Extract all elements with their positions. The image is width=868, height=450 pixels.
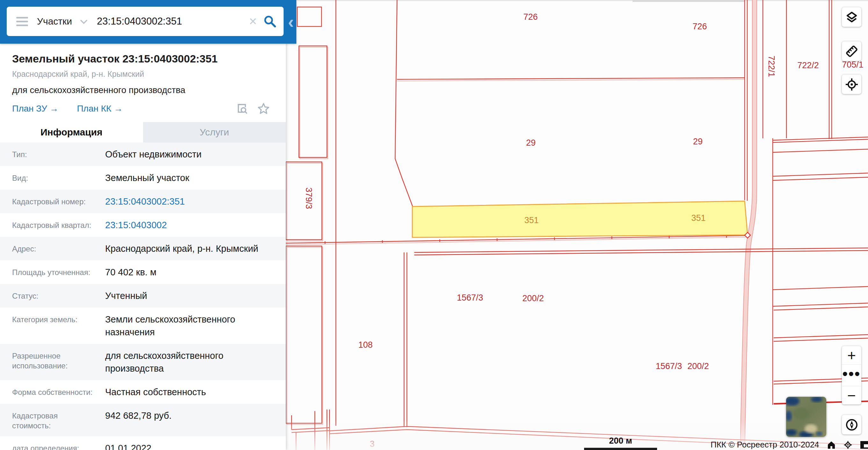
search-bar: Участки × [7, 7, 284, 36]
search-header: Участки × ‹ [0, 0, 296, 44]
layers-icon [844, 10, 859, 25]
parcel-label: 722/2 [797, 61, 819, 70]
parcel-label: 351 [691, 213, 706, 223]
info-panel: Земельный участок 23:15:0403002:351 Крас… [0, 0, 286, 450]
row-value: Учтенный [105, 289, 147, 302]
row-value: Частная собственность [105, 386, 206, 398]
parcel-label: 108 [358, 340, 372, 350]
parcel-label: 726 [692, 22, 707, 31]
plan-kk-link[interactable]: План КК → [77, 103, 123, 114]
table-row: Кадастровая стоимость: 942 682,78 руб. [0, 404, 286, 436]
row-label: Адрес: [12, 242, 97, 254]
parcel-usage-text: для сельскохозяйственного производства [12, 85, 274, 95]
tab-services[interactable]: Услуги [143, 122, 286, 143]
document-search-icon [236, 102, 248, 115]
plan-links-row: План ЗУ → План КК → [12, 102, 274, 118]
tab-information[interactable]: Информация [0, 122, 143, 143]
parcel-header: Земельный участок 23:15:0403002:351 Крас… [0, 44, 286, 118]
chevron-down-icon[interactable] [80, 20, 87, 26]
row-value: 942 682,78 руб. [105, 409, 172, 422]
parcel-address-subtitle: Краснодарский край, р-н. Крымский [12, 69, 274, 79]
table-row: дата определения: 01.01.2022 [0, 436, 286, 450]
search-category-select[interactable]: Участки [37, 16, 72, 27]
table-row: Адрес: Краснодарский край, р-н. Крымский [0, 237, 286, 260]
zoom-control: + ••• − [842, 346, 861, 404]
row-label: Площадь уточненная: [12, 266, 97, 277]
row-value: для сельскохозяйственного производства [105, 349, 276, 375]
parcel-label: 29 [693, 137, 703, 146]
row-value: 23:15:0403002:351 [105, 195, 185, 208]
table-row: Форма собственности: Частная собственнос… [0, 380, 286, 404]
search-icon [263, 14, 277, 28]
compass-button[interactable] [842, 415, 861, 434]
crosshair-icon [843, 441, 852, 449]
table-row: Статус: Учтенный [0, 284, 286, 307]
measure-button[interactable] [842, 41, 861, 61]
zoom-out-button[interactable]: − [842, 386, 861, 404]
scale-label: 200 м [584, 436, 657, 446]
parcel-label: 200/2 [522, 294, 544, 303]
search-button[interactable] [263, 14, 277, 28]
row-label: Категория земель: [12, 313, 97, 324]
menu-button[interactable] [16, 17, 28, 26]
parcel-label: 705/1 [842, 60, 864, 69]
table-row: Кадастровый номер: 23:15:0403002:351 [0, 190, 286, 213]
table-row: Разрешенное использование: для сельскохо… [0, 344, 286, 380]
parcel-label: 726 [523, 12, 537, 22]
table-row: Категория земель: Земли сельскохозяйстве… [0, 307, 286, 344]
layers-button[interactable] [842, 7, 861, 27]
row-label: Кадастровый номер: [12, 195, 97, 207]
locate-point-button[interactable] [842, 74, 861, 94]
row-value: Краснодарский край, р-н. Крымский [105, 242, 258, 255]
overview-window-icon [860, 441, 868, 449]
parcel-label: 1567/3 [457, 293, 484, 302]
row-value: 01.01.2022 [105, 442, 151, 450]
basemap-switcher[interactable] [786, 397, 826, 437]
ruler-icon [844, 44, 859, 59]
page-title: Земельный участок 23:15:0403002:351 [12, 53, 274, 65]
map-attribution: ПКК © Росреестр 2010-2024 [711, 440, 868, 450]
search-area-button[interactable] [236, 102, 248, 115]
satellite-thumbnail [786, 397, 826, 437]
plan-zu-link[interactable]: План ЗУ → [12, 103, 58, 114]
search-input[interactable] [97, 16, 249, 27]
zoom-in-button[interactable]: + [842, 346, 861, 364]
row-label: дата определения: [12, 442, 97, 450]
table-row: Тип: Объект недвижимости [0, 143, 286, 166]
row-label: Тип: [12, 148, 97, 159]
row-value: Объект недвижимости [105, 148, 202, 161]
home-button[interactable] [827, 441, 836, 449]
favorite-button[interactable] [257, 102, 270, 115]
parcel-label: 722/1 [767, 56, 776, 77]
parcel-label: 379/3 [304, 187, 314, 209]
row-value: 23:15:0403002 [105, 219, 167, 231]
clear-search-icon[interactable]: × [249, 14, 257, 28]
row-label: Вид: [12, 172, 97, 183]
table-row: Вид: Земельный участок [0, 166, 286, 190]
cadastral-map[interactable]: 726726722/1722/2705/12929379/33513511567… [286, 0, 868, 450]
compass-icon [844, 418, 859, 432]
locate-button[interactable] [843, 441, 852, 449]
parcel-label: 351 [524, 215, 538, 225]
overview-window-button[interactable] [860, 441, 868, 449]
row-value: Земли сельскохозяйственного назначения [105, 313, 276, 338]
parcel-label: 3 [370, 439, 374, 449]
row-label: Кадастровая стоимость: [12, 409, 97, 430]
parcel-info-table: Тип: Объект недвижимости Вид: Земельный … [0, 143, 286, 450]
row-label: Статус: [12, 289, 97, 301]
parcel-label: 200/2 [687, 361, 709, 371]
collapse-panel-button[interactable]: ‹ [286, 14, 296, 30]
zoom-more-button[interactable]: ••• [842, 364, 861, 386]
parcel-label: 29 [526, 138, 536, 148]
pkk-app: 726726722/1722/2705/12929379/33513511567… [0, 0, 868, 450]
panel-tabs: Информация Услуги [0, 122, 286, 143]
parcel-label: 1567/3 [656, 361, 682, 371]
table-row: Кадастровый квартал: 23:15:0403002 [0, 213, 286, 237]
star-icon [257, 102, 270, 115]
home-icon [827, 441, 836, 449]
crosshair-icon [844, 77, 859, 92]
row-label: Разрешенное использование: [12, 349, 97, 371]
row-label: Кадастровый квартал: [12, 219, 97, 230]
attribution-text: ПКК © Росреестр 2010-2024 [711, 440, 819, 450]
table-row: Площадь уточненная: 70 402 кв. м [0, 260, 286, 284]
